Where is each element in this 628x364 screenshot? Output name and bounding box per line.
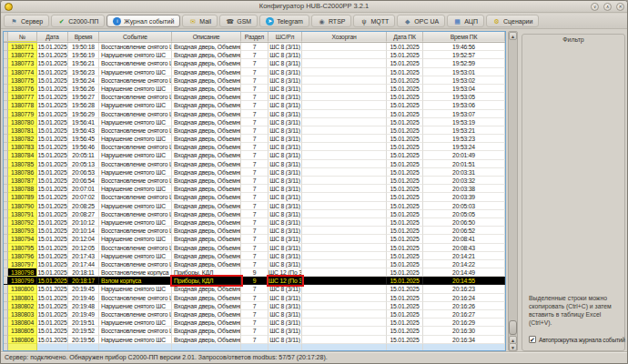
table-row[interactable]: 138077415.01.202519:56:23Нарушение снято… <box>4 68 505 76</box>
table-row[interactable]: 138080415.01.202520:19:51Нарушение снято… <box>4 318 505 327</box>
toolbar-tab-сервер[interactable]: ⚑Сервер <box>4 15 49 27</box>
column-header[interactable]: Время <box>68 32 99 42</box>
cell-pc_time: 19:46:56 <box>423 43 505 51</box>
table-row[interactable]: 138078815.01.202520:07:01Нарушение снято… <box>4 185 505 193</box>
cell-desc: Входная дверь, Объемный <box>172 168 241 177</box>
scroll-up-icon[interactable]: ▲ <box>509 32 517 40</box>
cell-zone: ШС 8 (3/11) <box>268 85 302 93</box>
cell-time: 19:56:21 <box>68 59 99 67</box>
scroll-down-icon[interactable]: ▼ <box>509 343 517 351</box>
table-row[interactable]: 138080515.01.202520:19:52Восстановление … <box>4 327 505 335</box>
toolbar-tab-с2000-пп[interactable]: ✔С2000-ПП <box>51 15 105 27</box>
cell-section: 7 <box>241 227 268 235</box>
cell-pc_date: 15.01.2025 <box>387 302 423 310</box>
cell-pc_date: 15.01.2025 <box>387 285 423 293</box>
cell-pc_time: 20:16:23 <box>423 285 505 293</box>
table-row[interactable]: 138079315.01.202520:10:14Восстановление … <box>4 227 505 235</box>
table-row[interactable]: 138077815.01.202519:56:28Нарушение снято… <box>4 101 505 109</box>
table-row[interactable]: 138077715.01.202519:56:27Восстановление … <box>4 93 505 101</box>
cell-pc_date: 15.01.2025 <box>387 43 423 51</box>
column-header[interactable]: Событие <box>99 32 172 42</box>
toolbar-tab-ацп[interactable]: ▦АЦП <box>447 15 484 27</box>
cell-time: 19:56:28 <box>68 101 99 109</box>
cell-event: Нарушение снятого ШС <box>99 118 172 126</box>
table-row[interactable]: 138080215.01.202520:19:48Нарушение снято… <box>4 302 505 310</box>
cell-num: 1380793 <box>8 227 37 235</box>
telegram-icon: ➤ <box>266 17 274 25</box>
table-row[interactable]: 138077915.01.202519:56:29Восстановление … <box>4 110 505 118</box>
cell-desc: Входная дверь, Объемный <box>172 151 241 159</box>
maximize-icon[interactable]: ∧ <box>603 3 612 11</box>
table-row[interactable]: 138077515.01.202519:56:24Восстановление … <box>4 76 505 85</box>
table-row[interactable]: 138077315.01.202519:56:21Восстановление … <box>4 59 505 67</box>
cell-desc: Входная дверь, Объемный <box>172 110 241 118</box>
column-header[interactable]: Время ПК <box>423 32 505 42</box>
close-icon[interactable]: ✕ <box>616 3 624 11</box>
table-row[interactable]: 138078415.01.202520:05:11Нарушение снято… <box>4 151 505 159</box>
table-row[interactable]: 138080615.01.202520:19:56Нарушение снято… <box>4 336 505 344</box>
table-row[interactable]: 138079015.01.202520:08:25Нарушение снято… <box>4 202 505 210</box>
window-title: Конфигуратор HUB-C2000PP 3.2.1 <box>1 2 627 10</box>
table-row[interactable]: 138078315.01.202519:56:46Восстановление … <box>4 143 505 151</box>
toolbar-tab-mail[interactable]: ✉Mail <box>182 15 218 27</box>
table-row[interactable]: 138080015.01.202520:19:45Нарушение снято… <box>4 285 505 293</box>
column-header[interactable]: Описание <box>172 32 241 42</box>
column-header[interactable]: Хозорган <box>302 32 387 42</box>
column-header[interactable]: Раздел <box>241 32 268 42</box>
cell-date: 15.01.2025 <box>37 126 68 135</box>
table-row[interactable]: 138077615.01.202519:56:26Нарушение снято… <box>4 85 505 93</box>
table-row[interactable]: 138079815.01.202520:18:11Восстановление … <box>4 268 505 277</box>
cell-pc_date: 15.01.2025 <box>387 135 423 143</box>
cell-num: 1380789 <box>8 193 37 201</box>
cell-date: 15.01.2025 <box>37 294 68 302</box>
column-header[interactable]: Дата ПК <box>387 32 423 42</box>
table-row[interactable]: 138079215.01.202520:10:12Нарушение снято… <box>4 218 505 227</box>
table-row[interactable]: 138080315.01.202520:19:49Восстановление … <box>4 310 505 318</box>
cell-zone: ШС 8 (3/11) <box>268 285 302 293</box>
toolbar-tab-mqtt[interactable]: ψMQTT <box>353 15 395 27</box>
table-row[interactable]: 138079715.01.202520:17:44Восстановление … <box>4 260 505 268</box>
toolbar-tab-rtsp[interactable]: ◉RTSP <box>311 15 352 27</box>
vertical-scrollbar[interactable]: ▲ ▲ ▼ <box>508 31 518 351</box>
minimize-icon[interactable]: ∨ <box>591 3 599 11</box>
table-row[interactable]: 138079115.01.202520:08:27Восстановление … <box>4 210 505 218</box>
cell-time: 20:05:13 <box>68 160 99 168</box>
toolbar-tab-telegram[interactable]: ➤Telegram <box>259 15 309 27</box>
table-row[interactable]: 138078615.01.202520:06:53Нарушение снято… <box>4 168 505 177</box>
table-row[interactable]: 138077215.01.202519:56:19Нарушение снято… <box>4 51 505 59</box>
cell-owner <box>302 260 387 268</box>
toolbar-tab-opc-ua[interactable]: ◆OPC UA <box>397 15 445 27</box>
table-row[interactable]: 138078915.01.202520:07:02Восстановление … <box>4 193 505 201</box>
cell-owner <box>302 185 387 193</box>
toolbar-tab-сценарии[interactable]: ⚙Сценарии <box>486 15 539 27</box>
column-header[interactable]: Дата <box>37 32 68 42</box>
cell-date: 15.01.2025 <box>37 85 68 93</box>
scrollbar-thumb[interactable] <box>509 320 517 335</box>
column-header[interactable]: № <box>8 32 37 42</box>
cell-pc_date: 15.01.2025 <box>387 118 423 126</box>
cell-date: 15.01.2025 <box>37 285 68 293</box>
table-row[interactable]: 138079915.01.202520:18:17Взлом корпусаПр… <box>4 277 505 285</box>
cell-num: 1380790 <box>8 202 37 210</box>
table-row[interactable]: 138078515.01.202520:05:13Восстановление … <box>4 160 505 168</box>
cell-time: 20:08:25 <box>68 202 99 210</box>
cell-event: Нарушение снятого ШС <box>99 218 172 227</box>
table-row[interactable]: 138078015.01.202519:56:41Нарушение снято… <box>4 118 505 126</box>
table-row[interactable]: 138078115.01.202519:56:43Восстановление … <box>4 126 505 135</box>
table-row[interactable]: 138080115.01.202520:19:46Восстановление … <box>4 294 505 302</box>
cell-zone: ШС 8 (3/11) <box>268 260 302 268</box>
table-row[interactable]: 138077115.01.202519:50:18Восстановление … <box>4 43 505 51</box>
cell-time: 20:19:49 <box>68 310 99 318</box>
table-row-partial[interactable] <box>4 344 505 351</box>
table-row[interactable]: 138079515.01.202520:12:05Восстановление … <box>4 244 505 252</box>
toolbar-tab-журнал-событий[interactable]: iЖурнал событий <box>106 15 180 27</box>
autoscroll-checkbox[interactable]: ✔ <box>529 336 536 343</box>
table-row[interactable]: 138078215.01.202519:56:45Нарушение снято… <box>4 135 505 143</box>
cell-desc: Входная дверь, Объемный <box>172 76 241 85</box>
table-row[interactable]: 138078715.01.202520:06:54Восстановление … <box>4 177 505 185</box>
table-row[interactable]: 138079615.01.202520:17:43Нарушение снято… <box>4 252 505 260</box>
cell-pc_time: 20:05:05 <box>423 210 505 218</box>
table-row[interactable]: 138079415.01.202520:12:04Нарушение снято… <box>4 235 505 243</box>
toolbar-tab-gsm[interactable]: ☎GSM <box>219 15 258 27</box>
column-header[interactable]: ШС/Рл <box>268 32 302 42</box>
